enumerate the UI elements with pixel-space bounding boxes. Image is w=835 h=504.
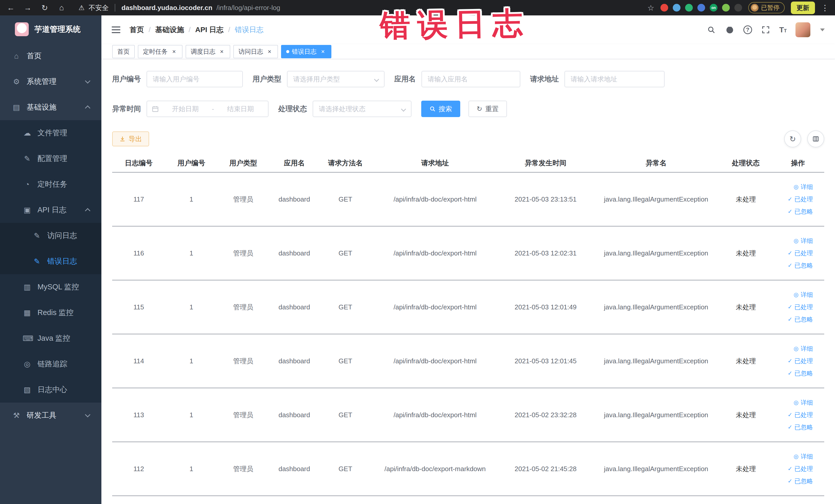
mark-ignored-link[interactable]: ✓已忽略 bbox=[788, 207, 813, 216]
tab-label: 首页 bbox=[117, 47, 130, 56]
mark-ignored-link[interactable]: ✓已忽略 bbox=[788, 423, 813, 431]
tab-error-log[interactable]: 错误日志 bbox=[281, 45, 331, 58]
extension-icon[interactable] bbox=[734, 4, 742, 12]
sidebar-item-log-center[interactable]: 日志中心 bbox=[0, 377, 101, 403]
sidebar-item-java-monitor[interactable]: Java 监控 bbox=[0, 326, 101, 351]
cell-request-url: /api/infra/db-doc/export-html bbox=[371, 334, 499, 388]
mark-ignored-link[interactable]: ✓已忽略 bbox=[788, 315, 813, 323]
mark-processed-link[interactable]: ✓已处理 bbox=[788, 249, 813, 257]
cell-exception-name: java.lang.IllegalArgumentException bbox=[592, 226, 720, 280]
search-button[interactable]: 搜索 bbox=[421, 101, 460, 117]
extension-icon[interactable] bbox=[685, 4, 693, 12]
detail-link[interactable]: ◎详细 bbox=[794, 399, 813, 407]
font-size-icon[interactable] bbox=[779, 25, 787, 34]
sidebar-item-home[interactable]: 首页 bbox=[0, 43, 101, 69]
sidebar-toggle-icon[interactable] bbox=[111, 26, 120, 33]
help-icon[interactable] bbox=[744, 25, 752, 34]
action-label: 详细 bbox=[801, 291, 813, 299]
sidebar-item-trace[interactable]: 链路追踪 bbox=[0, 351, 101, 377]
paused-badge[interactable]: 已暂停 bbox=[748, 2, 785, 13]
user-id-input[interactable] bbox=[147, 71, 243, 87]
tab-home[interactable]: 首页 bbox=[112, 45, 135, 58]
sidebar-item-system[interactable]: 系统管理 bbox=[0, 69, 101, 95]
mark-processed-link[interactable]: ✓已处理 bbox=[788, 195, 813, 203]
extension-icon[interactable]: on bbox=[710, 4, 717, 12]
sidebar-item-label: API 日志 bbox=[38, 205, 66, 215]
process-status-select[interactable]: 请选择处理状态 bbox=[313, 101, 411, 117]
detail-link[interactable]: ◎详细 bbox=[794, 183, 813, 191]
detail-link[interactable]: ◎详细 bbox=[794, 237, 813, 245]
user-type-select[interactable]: 请选择用户类型 bbox=[287, 71, 385, 87]
sidebar-item-label: 文件管理 bbox=[38, 128, 67, 138]
sidebar-item-access-log[interactable]: 访问日志 bbox=[0, 223, 101, 248]
mark-ignored-link[interactable]: ✓已忽略 bbox=[788, 369, 813, 378]
cell-app-name: dashboard bbox=[269, 442, 320, 496]
browser-update-button[interactable]: 更新 bbox=[791, 2, 815, 14]
cell-app-name: dashboard bbox=[269, 172, 320, 226]
close-icon[interactable] bbox=[266, 48, 273, 55]
sidebar-item-scheduled-job[interactable]: 定时任务 bbox=[0, 172, 101, 197]
mark-processed-link[interactable]: ✓已处理 bbox=[788, 411, 813, 419]
close-icon[interactable] bbox=[219, 48, 225, 55]
extension-icon[interactable] bbox=[673, 4, 680, 12]
user-avatar[interactable] bbox=[795, 22, 810, 37]
exception-time-range-picker[interactable]: 开始日期 - 结束日期 bbox=[147, 101, 268, 117]
url-separator bbox=[115, 4, 115, 12]
table-row: 1161管理员dashboardGET/api/infra/db-doc/exp… bbox=[112, 226, 824, 280]
browser-menu-icon[interactable] bbox=[821, 3, 829, 12]
avatar-caret-icon[interactable] bbox=[820, 28, 825, 31]
address-bar[interactable]: 不安全 dashboard.yudao.iocoder.cn/infra/log… bbox=[79, 3, 280, 12]
mark-ignored-link[interactable]: ✓已忽略 bbox=[788, 261, 813, 269]
bookmark-star-icon[interactable] bbox=[647, 3, 654, 12]
app-logo[interactable]: 芋道管理系统 bbox=[0, 15, 101, 43]
sidebar-item-infra[interactable]: 基础设施 bbox=[0, 95, 101, 120]
detail-link[interactable]: ◎详细 bbox=[794, 452, 813, 461]
tab-scheduled-job[interactable]: 定时任务 bbox=[138, 45, 183, 58]
extension-icon[interactable] bbox=[722, 4, 730, 12]
breadcrumb-item[interactable]: API 日志 bbox=[195, 25, 224, 35]
edit-icon bbox=[23, 154, 32, 163]
extension-icon[interactable] bbox=[697, 4, 705, 12]
cell-exception-name: java.lang.IllegalArgumentException bbox=[592, 334, 720, 388]
export-button[interactable]: 导出 bbox=[112, 132, 149, 146]
sidebar-item-config-manage[interactable]: 配置管理 bbox=[0, 146, 101, 172]
request-url-label: 请求地址 bbox=[530, 74, 559, 84]
sidebar-item-api-log[interactable]: API 日志 bbox=[0, 197, 101, 223]
sidebar-item-error-log[interactable]: 错误日志 bbox=[0, 248, 101, 274]
action-label: 已处理 bbox=[794, 357, 813, 365]
mark-processed-link[interactable]: ✓已处理 bbox=[788, 465, 813, 473]
sidebar-item-file-manage[interactable]: 文件管理 bbox=[0, 120, 101, 146]
browser-reload-icon[interactable] bbox=[40, 3, 49, 12]
tab-access-log[interactable]: 访问日志 bbox=[233, 45, 278, 58]
github-icon[interactable] bbox=[725, 25, 735, 35]
refresh-button[interactable] bbox=[784, 130, 801, 147]
breadcrumb-item[interactable]: 基础设施 bbox=[155, 25, 184, 35]
request-url-input[interactable] bbox=[565, 71, 665, 87]
search-icon[interactable] bbox=[707, 25, 716, 35]
detail-link[interactable]: ◎详细 bbox=[794, 345, 813, 353]
chevron-down-icon bbox=[374, 77, 379, 82]
mark-processed-link[interactable]: ✓已处理 bbox=[788, 357, 813, 365]
close-icon[interactable] bbox=[320, 48, 326, 55]
browser-back-icon[interactable] bbox=[6, 3, 15, 12]
browser-home-icon[interactable] bbox=[57, 3, 66, 12]
app-name-input[interactable] bbox=[422, 71, 520, 87]
sidebar-item-mysql-monitor[interactable]: MySQL 监控 bbox=[0, 274, 101, 300]
sidebar-item-dev-tools[interactable]: 研发工具 bbox=[0, 403, 101, 428]
tab-dispatch-log[interactable]: 调度日志 bbox=[186, 45, 230, 58]
fullscreen-icon[interactable] bbox=[761, 25, 771, 35]
sidebar: 芋道管理系统 首页 系统管理 基础设施 文件管理 配置管理 bbox=[0, 15, 101, 504]
column-settings-button[interactable] bbox=[807, 130, 824, 147]
detail-link[interactable]: ◎详细 bbox=[794, 291, 813, 299]
mark-processed-link[interactable]: ✓已处理 bbox=[788, 303, 813, 311]
sidebar-item-redis-monitor[interactable]: Redis 监控 bbox=[0, 300, 101, 326]
sidebar-item-label: 研发工具 bbox=[27, 410, 57, 421]
java-icon bbox=[23, 334, 32, 343]
reset-button[interactable]: 重置 bbox=[468, 101, 507, 117]
browser-forward-icon[interactable] bbox=[23, 3, 32, 12]
close-icon[interactable] bbox=[171, 48, 177, 55]
extension-icon[interactable] bbox=[660, 4, 668, 12]
check-icon: ✓ bbox=[788, 466, 792, 472]
mark-ignored-link[interactable]: ✓已忽略 bbox=[788, 477, 813, 485]
breadcrumb-item[interactable]: 首页 bbox=[130, 25, 144, 35]
